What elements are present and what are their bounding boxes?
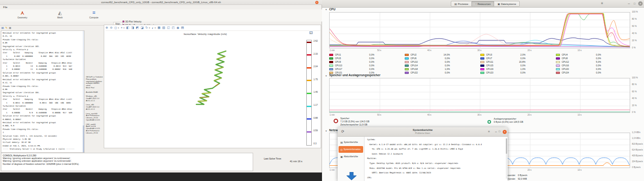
sidebar-item-label: Absturzberichte (344, 155, 358, 158)
cpu-legend-item: CPU90,0% (329, 60, 405, 64)
cpu-usage-value: 0,0% (502, 64, 525, 67)
messages-panel[interactable]: COMSOL Multiphysics 6.2.0.290Warning: Ig… (1, 153, 253, 171)
cpu-color-swatch (480, 72, 484, 74)
solver-log-panel[interactable]: Residual error estimates for segregated … (1, 30, 85, 153)
memory-pie-icon (334, 119, 338, 123)
cpu-usage-lines (330, 13, 630, 48)
cpu-legend-item: CPU10,0% (329, 53, 405, 56)
colorbar-band (307, 67, 311, 69)
file-menu[interactable]: File (3, 5, 8, 9)
cpu-legend-item: CPU220,0% (405, 71, 480, 74)
dual-screen-desktop: comsol62_benchmark_CFD_only_10GB - comso… (0, 0, 644, 181)
copy-log-icon[interactable]: ▣ (9, 26, 12, 30)
system-reports-titlebar[interactable]: ⟳ Systemberichte Probleme lösen ≡ – □ × (338, 127, 508, 137)
tab-dateisysteme[interactable]: ▣Dateisysteme (494, 1, 520, 7)
content-scrollbar[interactable] (506, 138, 507, 179)
system-reports-title: Systemberichte (338, 129, 508, 131)
cpu-name: CPU15 (486, 64, 502, 67)
axis-y-label: 614 Bytes/s (632, 149, 643, 151)
sidebar-item-absturzberichte[interactable]: ▣Absturzberichte (339, 153, 363, 160)
cpu-usage-value: 20,8% (502, 60, 525, 63)
cpu-usage-value: 0,0% (578, 57, 601, 60)
colorbar-tick-label: 1.17 (314, 104, 318, 106)
memory-cache-value: Zwischenspeicher 11,9 GB (340, 123, 369, 126)
tab-label: Ressourcen (478, 3, 491, 5)
minimize-icon[interactable]: – (495, 130, 497, 133)
memory-y-axis: 100 %80 %60 %40 %20 %0 % (632, 77, 638, 113)
cpu-usage-value: 0,0% (578, 71, 601, 74)
colorbar (306, 40, 312, 146)
cpu-color-swatch (480, 57, 484, 60)
sidebar-item-systemberichte[interactable]: ▤Systemberichte (339, 139, 363, 146)
axis-y-label: 20 % (632, 39, 637, 42)
comsol-window: comsol62_benchmark_CFD_only_10GB - comso… (0, 0, 322, 172)
cpu-legend-item: CPU230,0% (480, 71, 556, 74)
swap-pie-icon (487, 120, 491, 124)
sidebar-item-systeminformation[interactable]: ◎Systeminformation (339, 146, 363, 153)
comsol-titlebar[interactable]: comsol62_benchmark_CFD_only_10GB - comso… (0, 0, 322, 5)
axis-x-label: 10 s (578, 114, 582, 116)
minimize-icon[interactable]: – (628, 1, 630, 6)
log-toolbar: ▤✎▣ (1, 26, 11, 30)
cpu-usage-value: 0,0% (427, 71, 450, 74)
cpu-usage-value: 0,0% (578, 53, 601, 56)
cpu-name: CPU7 (486, 57, 502, 60)
sent-legend-values: 0 Bytes/s 92,0 MiB (518, 173, 527, 181)
mesh-icon: ◭ (57, 10, 63, 16)
tab-prozesse[interactable]: ▤Prozesse (451, 1, 472, 7)
cpu-usage-value: 0,0% (351, 53, 374, 56)
close-icon[interactable]: × (638, 1, 643, 6)
cpu-legend-item: CPU150,0% (480, 64, 556, 67)
cpu-name: CPU11 (486, 60, 502, 63)
maximize-icon[interactable]: □ (499, 130, 500, 133)
last-solve-time-label: Last Solve Time: (264, 157, 282, 160)
axis-y-label: 1,0 KiB/s (632, 137, 640, 139)
axis-x-label: 1 min (330, 49, 335, 52)
cpu-color-swatch (480, 54, 484, 56)
swap-legend: Auslagerungsspeicher 0 Bytes (0,0%) von … (494, 117, 523, 124)
system-reports-window: ⟳ Systemberichte Probleme lösen ≡ – □ × … (338, 127, 508, 181)
cpu-legend-item: CPU50,0% (329, 56, 405, 60)
system-info-content[interactable]: System: Kernel: 6.1.0-17-amd64 arch: x86… (364, 137, 508, 181)
cpu-color-swatch (556, 65, 560, 67)
clear-log-icon[interactable]: ✎ (5, 26, 8, 30)
download-arrow-icon (346, 172, 357, 180)
geometry-button[interactable]: ⋏ Geometry (13, 10, 32, 21)
axis-y-label: 80 % (632, 83, 637, 86)
compute-button[interactable]: = Compute (83, 10, 105, 21)
cpu-name: CPU20 (562, 68, 578, 70)
mesh-button[interactable]: ◭ Mesh (50, 10, 70, 21)
axis-y-label: 20 % (632, 104, 637, 107)
cpu-color-swatch (405, 54, 409, 56)
taskbar: >_▁▃▅!▸ ▯◆⇄◄16:54 (0, 172, 322, 181)
menu-icon[interactable]: ≡ (488, 130, 490, 133)
cpu-color-swatch (405, 65, 409, 67)
maximize-icon[interactable]: □ (634, 1, 636, 6)
axis-x-label: 50 s (377, 114, 381, 116)
colorbar-tick-label: 1.75 (314, 78, 318, 81)
cpu-usage-value: 0,0% (578, 68, 601, 70)
close-icon[interactable]: × (503, 130, 507, 134)
log-scrollbar[interactable] (83, 31, 84, 152)
compute-icon: = (91, 10, 97, 16)
geometry-label: Geometry (13, 16, 32, 19)
network-expander-icon[interactable]: ▼ (325, 130, 327, 132)
resources-icon: ◔ (475, 3, 477, 5)
graphics-panel[interactable]: ⊕⊖◻▾⌖▾◧◨◩◪↻▾◐▾▦▧◱◰◉▤ Isosurface: Velocit… (104, 25, 321, 148)
log-settings-icon[interactable]: ▤ (1, 26, 4, 30)
cpu-color-swatch (556, 61, 560, 63)
cpu-expander-icon[interactable]: ▼ (325, 9, 327, 11)
memory-value: 7,3 GB (5,5%) von 134,5 GB (340, 120, 369, 123)
isosurface-coil-plot (104, 25, 321, 148)
tab-ressourcen[interactable]: ◔Ressourcen (472, 1, 494, 7)
cpu-color-swatch (480, 68, 484, 70)
cpu-name: CPU14 (411, 64, 427, 67)
menu-icon[interactable]: ≡ (601, 1, 603, 6)
close-icon[interactable]: × (315, 1, 318, 4)
cpu-legend-item: CPU181,0% (405, 67, 480, 71)
sent-rate-value: 0 Bytes/s (518, 173, 527, 177)
cpu-legend-item: CPU140,0% (405, 64, 480, 67)
memory-label: Speicher (340, 117, 369, 120)
memory-expander-icon[interactable]: ▼ (325, 75, 327, 77)
memory-legend: Speicher 7,3 GB (5,5%) von 134,5 GB Zwis… (340, 117, 369, 126)
